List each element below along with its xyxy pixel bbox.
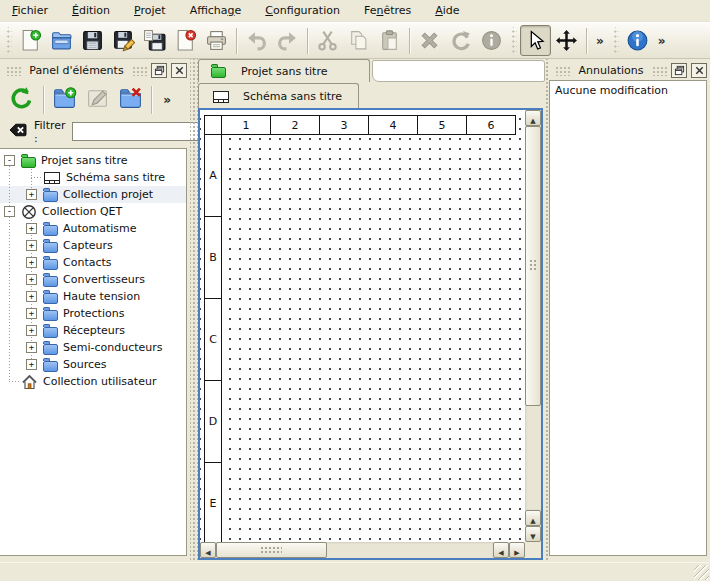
diagram-canvas[interactable]: 123456ABCDE [200,110,525,542]
scroll-right-button[interactable]: ▶ [509,542,525,558]
menu-affichage[interactable]: Affichage [178,1,254,20]
expand-toggle[interactable]: + [26,257,37,268]
expand-toggle[interactable]: + [26,291,37,302]
menu-bar: FichierÉditionProjetAffichageConfigurati… [0,0,710,22]
close-dock-button[interactable] [691,63,707,78]
expand-toggle[interactable]: + [26,240,37,251]
main-toolbar-overflow-button[interactable]: » [653,34,671,48]
tree-item-collection-utilisateur[interactable]: Collection utilisateur [0,373,186,390]
tree-item-label: Semi-conducteurs [63,341,163,354]
vertical-scroll-thumb[interactable] [525,126,541,406]
undo-list-item[interactable]: Aucune modification [553,83,703,98]
clear-filter-button[interactable] [8,123,28,140]
tab-schema-sans-titre[interactable]: Schéma sans titre [198,83,359,108]
main-toolbar-drag-handle[interactable] [5,27,12,55]
menu-aide[interactable]: Aide [423,1,471,20]
float-dock-button[interactable] [151,63,167,78]
scroll-down-button[interactable]: ▼ [525,526,541,542]
paste-button[interactable] [374,25,405,56]
float-dock-button[interactable] [671,63,687,78]
properties-button[interactable] [476,25,507,56]
tree-item-protections[interactable]: +Protections [0,305,186,322]
tree-item-convertisseurs[interactable]: +Convertisseurs [0,271,186,288]
tree-item-collection-qet[interactable]: -Collection QET [0,203,186,220]
main-toolbar-drag-handle[interactable] [612,27,619,55]
undo-history-list[interactable]: Aucune modification [549,80,707,556]
schema-tab-label: Schéma sans titre [243,90,342,103]
collapse-toggle[interactable]: - [4,206,15,217]
tab-projet-sans-titre[interactable]: Projet sans titre [198,59,370,82]
expand-toggle[interactable]: + [26,359,37,370]
tree-item-automatisme[interactable]: +Automatisme [0,220,186,237]
tree-item-collection-projet[interactable]: +Collection projet [0,186,186,203]
tree-item-label: Protections [63,307,124,320]
pan-mode-button[interactable] [551,25,582,56]
panel-toolbar-overflow-button[interactable]: » [158,93,176,107]
rotate-button[interactable] [445,25,476,56]
save-button[interactable] [77,25,108,56]
resize-grip[interactable] [694,565,709,580]
grid-column-header: 1 [221,115,271,135]
expand-toggle[interactable]: + [26,342,37,353]
close-document-button[interactable] [170,25,201,56]
expand-toggle[interactable]: + [26,308,37,319]
menu-edition[interactable]: Édition [60,1,122,20]
main-toolbar-drag-handle[interactable] [510,27,517,55]
expand-toggle[interactable]: + [26,325,37,336]
horizontal-scroll-track[interactable] [216,542,493,558]
main-toolbar: »» [0,22,710,59]
tree-item-label: Sources [63,358,107,371]
scroll-up-button-2[interactable]: ▲ [525,510,541,526]
select-mode-button[interactable] [520,25,551,56]
main-toolbar-separator [307,28,308,54]
cut-button[interactable] [312,25,343,56]
tree-item-haute-tension[interactable]: +Haute tension [0,288,186,305]
delete-button[interactable] [414,25,445,56]
expand-toggle[interactable]: + [26,189,37,200]
open-project-button[interactable] [46,25,77,56]
tree-item-capteurs[interactable]: +Capteurs [0,237,186,254]
copy-button[interactable] [343,25,374,56]
new-category-button[interactable] [50,84,81,117]
undo-dock-titlebar: Annulations [549,59,710,79]
collapse-toggle[interactable]: - [4,155,15,166]
project-folder-icon [211,64,226,78]
print-button[interactable] [201,25,232,56]
horizontal-scrollbar[interactable]: ◀ ◀ ▶ [200,542,525,558]
menu-fichier[interactable]: Fichier [0,1,60,20]
expand-toggle[interactable]: + [26,274,37,285]
scroll-up-button[interactable]: ▲ [525,110,541,126]
edit-category-button[interactable] [82,84,113,117]
close-dock-button[interactable] [171,63,187,78]
expand-toggle[interactable]: + [26,223,37,234]
tree-item-schema-sans-titre[interactable]: Schéma sans titre [0,169,186,186]
schema-icon [212,89,230,104]
menu-configuration[interactable]: Configuration [253,1,352,20]
reload-collections-button[interactable] [6,84,37,117]
horizontal-scroll-thumb[interactable] [216,542,327,558]
tree-item-projet-sans-titre[interactable]: -Projet sans titre [0,152,186,169]
menu-fenetres[interactable]: Fenêtres [352,1,423,20]
main-area: Panel d'éléments » Filtrer : -Projet san… [0,59,710,562]
save-as-button[interactable] [108,25,139,56]
rotate-icon [449,29,472,52]
vertical-scroll-track[interactable] [525,126,541,510]
diagram-info-button[interactable] [622,25,653,56]
delete-category-button[interactable] [115,84,146,117]
left-splitter-handle[interactable] [190,59,198,562]
save-all-button[interactable] [139,25,170,56]
elements-tree[interactable]: -Projet sans titreSchéma sans titre+Coll… [0,148,187,556]
redo-button[interactable] [272,25,303,56]
tree-item-sources[interactable]: +Sources [0,356,186,373]
main-toolbar-overflow-button[interactable]: » [591,34,609,48]
qet-icon [21,204,37,220]
scroll-left-button-2[interactable]: ◀ [493,542,509,558]
tree-item-semi-conducteurs[interactable]: +Semi-conducteurs [0,339,186,356]
tree-item-contacts[interactable]: +Contacts [0,254,186,271]
scroll-left-button[interactable]: ◀ [200,542,216,558]
tree-item-recepteurs[interactable]: +Récepteurs [0,322,186,339]
menu-projet[interactable]: Projet [122,1,178,20]
vertical-scrollbar[interactable]: ▲ ▲ ▼ [525,110,541,542]
undo-button[interactable] [241,25,272,56]
new-document-button[interactable] [15,25,46,56]
